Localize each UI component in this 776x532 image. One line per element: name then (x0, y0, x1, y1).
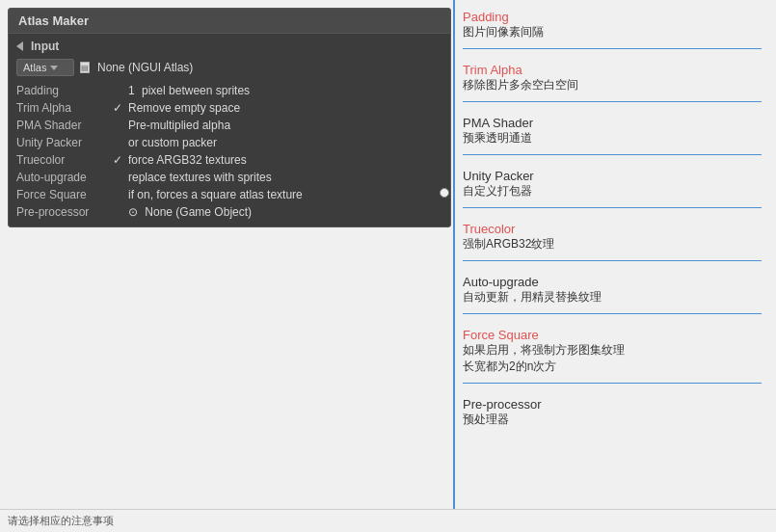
prop-label: Pre-processor (16, 205, 113, 219)
prop-check: ✓ (113, 101, 128, 115)
prop-value: if on, forces a square atlas texture (128, 188, 303, 201)
prop-label: PMA Shader (16, 119, 113, 132)
property-rows: Padding1 pixel between spritesTrim Alpha… (16, 82, 442, 221)
annotation-title-en: Unity Packer (463, 169, 762, 183)
prop-num: 1 (128, 84, 138, 97)
annotation-title-en: Truecolor (463, 222, 762, 236)
prop-value: Pre-multiplied alpha (128, 119, 230, 132)
annotation-item: Pre-processor预处理器 (463, 397, 762, 436)
prop-text: Remove empty space (128, 101, 240, 115)
annotation-item: Trim Alpha移除图片多余空白空间 (463, 63, 762, 102)
dropdown-arrow-icon (50, 66, 58, 70)
connector-circle (440, 188, 449, 198)
property-row: Auto-upgradereplace textures with sprite… (16, 169, 442, 186)
prop-label: Unity Packer (16, 136, 113, 149)
file-icon: ▤ (80, 62, 90, 73)
annotation-item: Padding图片间像素间隔 (463, 10, 762, 49)
annotation-item: Force Square如果启用，将强制方形图集纹理 长宽都为2的n次方 (463, 328, 762, 384)
prop-value: replace textures with sprites (128, 171, 272, 184)
annotation-item: Unity Packer自定义打包器 (463, 169, 762, 208)
panel-title: Atlas Maker (9, 9, 450, 34)
game-object-icon: ⊙ (128, 205, 141, 219)
annotation-title-cn: 图片间像素间隔 (463, 24, 762, 40)
annotation-title-cn: 自定义打包器 (463, 183, 762, 200)
prop-value: ⊙ None (Game Object) (128, 205, 252, 219)
divider-line (453, 0, 455, 532)
prop-label: Force Square (16, 188, 113, 201)
property-row: Trim Alpha✓Remove empty space (16, 99, 442, 117)
annotation-item: PMA Shader预乘透明通道 (463, 116, 762, 155)
annotation-item: Auto-upgrade自动更新，用精灵替换纹理 (463, 275, 762, 314)
prop-text: or custom packer (128, 136, 217, 149)
prop-label: Trim Alpha (16, 101, 113, 115)
input-section: Input Atlas ▤ None (NGUI Atlas) Padding1… (9, 34, 450, 226)
prop-check: ✓ (113, 153, 128, 167)
property-row: Pre-processor⊙ None (Game Object) (16, 203, 442, 221)
annotation-title-cn: 强制ARGB32纹理 (463, 236, 762, 253)
prop-label: Padding (16, 84, 113, 97)
property-row: Truecolor✓force ARGB32 textures (16, 151, 442, 169)
annotation-title-cn: 自动更新，用精灵替换纹理 (463, 289, 762, 306)
section-header: Input (16, 40, 442, 53)
annotation-title-en: Pre-processor (463, 397, 762, 412)
atlas-value: ▤ None (NGUI Atlas) (80, 61, 193, 74)
prop-value: 1 pixel between sprites (128, 84, 250, 97)
property-row: Padding1 pixel between sprites (16, 82, 442, 99)
status-bar: 请选择相应的注意事项 (0, 509, 776, 532)
atlas-row: Atlas ▤ None (NGUI Atlas) (16, 59, 442, 76)
prop-label: Auto-upgrade (16, 171, 113, 184)
annotations-panel: Padding图片间像素间隔Trim Alpha移除图片多余空白空间PMA Sh… (463, 10, 762, 449)
prop-text: force ARGB32 textures (128, 153, 247, 167)
prop-text: pixel between sprites (142, 84, 250, 97)
prop-text: replace textures with sprites (128, 171, 272, 184)
annotation-title-en: Trim Alpha (463, 63, 762, 77)
prop-text: if on, forces a square atlas texture (128, 188, 303, 201)
annotation-title-en: Auto-upgrade (463, 275, 762, 289)
status-text: 请选择相应的注意事项 (8, 514, 114, 528)
annotation-title-en: Padding (463, 10, 762, 24)
prop-value: Remove empty space (128, 101, 240, 115)
annotation-title-cn: 预乘透明通道 (463, 130, 762, 146)
atlas-maker-panel: Atlas Maker Input Atlas ▤ None (NGUI Atl… (8, 8, 451, 227)
annotation-title-en: Force Square (463, 328, 762, 342)
prop-text: Pre-multiplied alpha (128, 119, 230, 132)
atlas-dropdown[interactable]: Atlas (16, 59, 74, 76)
collapse-icon[interactable] (16, 41, 23, 51)
annotation-title-en: PMA Shader (463, 116, 762, 130)
annotation-item: Truecolor强制ARGB32纹理 (463, 222, 762, 261)
atlas-dropdown-label: Atlas (23, 62, 46, 73)
property-row: Unity Packeror custom packer (16, 134, 442, 151)
annotation-title-cn: 预处理器 (463, 412, 762, 428)
prop-text: None (Game Object) (145, 205, 252, 219)
prop-value: or custom packer (128, 136, 217, 149)
prop-value: force ARGB32 textures (128, 153, 247, 167)
annotation-title-cn: 移除图片多余空白空间 (463, 77, 762, 93)
property-row: PMA ShaderPre-multiplied alpha (16, 117, 442, 134)
property-row: Force Squareif on, forces a square atlas… (16, 186, 442, 203)
prop-label: Truecolor (16, 153, 113, 167)
annotation-title-cn: 如果启用，将强制方形图集纹理 长宽都为2的n次方 (463, 342, 762, 375)
